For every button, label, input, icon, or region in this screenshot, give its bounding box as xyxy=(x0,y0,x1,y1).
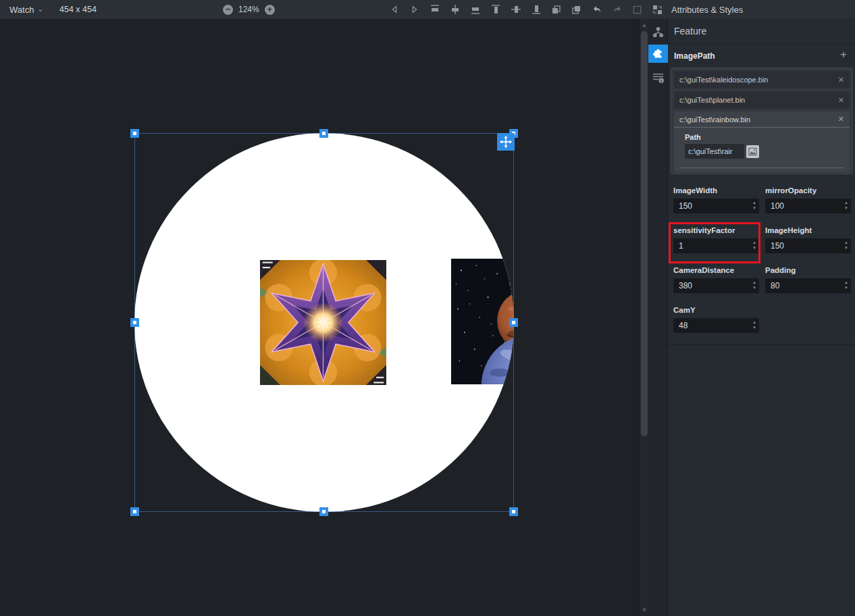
selection-handle[interactable] xyxy=(319,507,328,516)
send-backward-icon[interactable] xyxy=(571,4,582,16)
scrollbar-thumb[interactable] xyxy=(641,31,648,436)
properties-info-icon[interactable]: i xyxy=(650,70,666,86)
canvas-vertical-scrollbar[interactable]: ▲ ▼ xyxy=(639,19,648,616)
field-label: ImageWidth xyxy=(673,186,759,195)
selection-handle[interactable] xyxy=(130,129,139,138)
field-imagewidth: ImageWidth ▲▼ xyxy=(673,186,759,213)
imagepath-item-kaleidoscope[interactable]: c:\guiTest\kaleidoscope.bin ✕ xyxy=(674,71,850,88)
spin-up-icon[interactable]: ▲ xyxy=(752,200,756,205)
spin-up-icon[interactable]: ▲ xyxy=(844,280,848,285)
move-selection-button[interactable] xyxy=(497,133,515,151)
spinner-control[interactable]: ▲▼ xyxy=(844,280,848,290)
selection-handle[interactable] xyxy=(130,507,139,516)
align-left-icon[interactable] xyxy=(429,4,440,16)
border-box-icon[interactable] xyxy=(631,4,643,16)
remove-item-icon[interactable]: ✕ xyxy=(838,115,844,124)
top-toolbar: Watch ⌄ 454 x 454 − 124% + xyxy=(0,0,855,19)
spinner-control[interactable]: ▲▼ xyxy=(844,240,848,251)
align-center-horizontal-icon[interactable] xyxy=(449,4,461,16)
editor-toolbar xyxy=(388,0,663,19)
canvas-size-label: 454 x 454 xyxy=(59,0,97,19)
spin-down-icon[interactable]: ▼ xyxy=(844,205,848,211)
imagepath-item-planet[interactable]: c:\guiTest\planet.bin ✕ xyxy=(674,91,850,109)
play-icon[interactable] xyxy=(409,4,420,16)
padding-input[interactable] xyxy=(765,281,851,290)
redo-icon[interactable] xyxy=(611,4,623,16)
field-camy: CamY ▲▼ xyxy=(673,306,759,333)
field-label: CameraDistance xyxy=(673,266,759,274)
camy-input[interactable] xyxy=(673,321,759,330)
imagepath-list: c:\guiTest\kaleidoscope.bin ✕ c:\guiTest… xyxy=(671,68,853,174)
selection-handle[interactable] xyxy=(509,507,518,516)
move-arrows-icon xyxy=(499,135,513,149)
planet-image[interactable] xyxy=(451,259,514,384)
field-label: ImageHeight xyxy=(765,226,851,234)
imageheight-input[interactable] xyxy=(765,241,851,251)
selection-handle[interactable] xyxy=(509,318,518,327)
spin-up-icon[interactable]: ▲ xyxy=(752,280,756,285)
zoom-controls: − 124% + xyxy=(223,0,275,19)
spin-up-icon[interactable]: ▲ xyxy=(844,240,848,245)
spinner-control[interactable]: ▲▼ xyxy=(752,240,756,251)
sensitivityfactor-input[interactable] xyxy=(673,241,759,251)
align-top-icon[interactable] xyxy=(490,4,501,16)
remove-item-icon[interactable]: ✕ xyxy=(838,76,844,84)
spin-down-icon[interactable]: ▼ xyxy=(844,245,848,251)
spin-up-icon[interactable]: ▲ xyxy=(752,319,756,325)
spin-down-icon[interactable]: ▼ xyxy=(752,245,756,251)
kaleidoscope-image[interactable] xyxy=(260,260,386,385)
spin-down-icon[interactable]: ▼ xyxy=(752,325,756,330)
spin-down-icon[interactable]: ▼ xyxy=(752,285,756,290)
browse-image-button[interactable] xyxy=(746,145,759,158)
undo-icon[interactable] xyxy=(591,4,602,16)
selection-handle-inner xyxy=(133,132,136,135)
scroll-up-arrow-icon[interactable]: ▲ xyxy=(640,20,649,30)
imagepath-label: ImagePath xyxy=(674,51,715,61)
spinner-control[interactable]: ▲▼ xyxy=(752,319,756,330)
spin-up-icon[interactable]: ▲ xyxy=(752,240,756,245)
imagepath-item-text: c:\guiTest\kaleidoscope.bin xyxy=(679,76,768,84)
swap-components-icon[interactable] xyxy=(652,4,663,16)
align-bottom-icon[interactable] xyxy=(530,4,542,16)
spinner-control[interactable]: ▲▼ xyxy=(752,200,756,211)
imagepath-item-text: c:\guiTest\planet.bin xyxy=(679,96,745,104)
app-window: Watch ⌄ 454 x 454 − 124% + xyxy=(0,0,855,616)
align-right-icon[interactable] xyxy=(469,4,481,16)
watch-target-dropdown[interactable]: Watch ⌄ xyxy=(9,0,44,19)
feature-section-header: Feature xyxy=(668,19,855,44)
mirroropacity-input[interactable] xyxy=(765,201,851,211)
spinner-control[interactable]: ▲▼ xyxy=(844,200,848,211)
selection-handle[interactable] xyxy=(319,129,328,138)
spinner-control[interactable]: ▲▼ xyxy=(752,280,756,290)
field-padding: Padding ▲▼ xyxy=(765,266,851,293)
path-input[interactable] xyxy=(685,144,744,159)
components-puzzle-icon[interactable] xyxy=(648,45,668,63)
attributes-panel: Feature ImagePath + c:\guiTest\kaleidosc… xyxy=(668,19,855,616)
imagepath-item-text: c:\guiTest\rainbow.bin xyxy=(679,116,750,124)
picture-icon xyxy=(748,147,757,156)
align-center-vertical-icon[interactable] xyxy=(510,4,521,16)
zoom-out-button[interactable]: − xyxy=(223,5,233,15)
spin-down-icon[interactable]: ▼ xyxy=(844,285,848,290)
cameradistance-input[interactable] xyxy=(673,281,759,290)
svg-text:i: i xyxy=(660,78,662,83)
field-imageheight: ImageHeight ▲▼ xyxy=(765,226,851,253)
selection-handle-inner xyxy=(133,321,136,324)
bring-forward-icon[interactable] xyxy=(550,4,562,16)
field-mirroropacity: mirrorOpacity ▲▼ xyxy=(765,186,851,213)
field-label: CamY xyxy=(673,306,759,314)
imagepath-item-rainbow-expanded[interactable]: c:\guiTest\rainbow.bin ✕ Path xyxy=(674,111,850,172)
remove-item-icon[interactable]: ✕ xyxy=(838,96,844,105)
scene-tree-icon[interactable] xyxy=(650,24,666,40)
watchface-preview[interactable] xyxy=(134,133,514,512)
imagewidth-input[interactable] xyxy=(673,201,759,211)
spin-up-icon[interactable]: ▲ xyxy=(844,200,848,205)
zoom-in-button[interactable]: + xyxy=(265,5,275,15)
add-imagepath-button[interactable]: + xyxy=(840,49,847,60)
design-canvas[interactable] xyxy=(0,19,639,616)
imagepath-item-title-row[interactable]: c:\guiTest\rainbow.bin ✕ xyxy=(674,111,850,128)
step-back-icon[interactable] xyxy=(388,4,400,16)
selection-handle[interactable] xyxy=(130,318,139,327)
spin-down-icon[interactable]: ▼ xyxy=(752,205,756,211)
scroll-down-arrow-icon[interactable]: ▼ xyxy=(640,605,649,615)
